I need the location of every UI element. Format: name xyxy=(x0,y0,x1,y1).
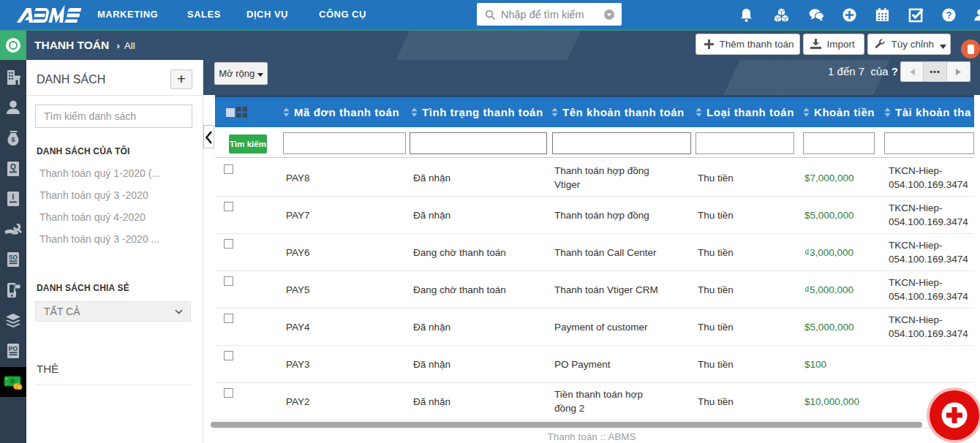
svg-text:I: I xyxy=(12,193,15,201)
svg-text:?: ? xyxy=(946,10,952,20)
svg-text:SO: SO xyxy=(9,254,18,261)
svg-text:PO: PO xyxy=(9,345,18,352)
svg-text:Q: Q xyxy=(10,163,16,171)
svg-text:$: $ xyxy=(11,136,15,143)
